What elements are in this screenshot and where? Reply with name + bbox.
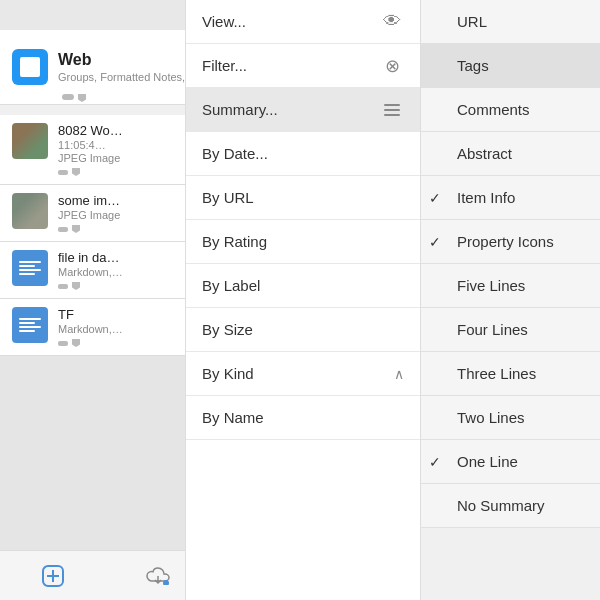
menu-item-view[interactable]: View... 👁 [186, 0, 420, 44]
three-lines-icon [380, 98, 404, 122]
submenu-item-abstract[interactable]: Abstract [421, 132, 600, 176]
submenu-label-oneline: One Line [457, 453, 518, 470]
context-menu: View... 👁 Filter... ⊗ Summary... By Date… [185, 0, 420, 600]
submenu-panel: URL Tags Comments Abstract ✓ Item Info ✓… [420, 0, 600, 600]
menu-item-bysize[interactable]: By Size [186, 308, 420, 352]
menu-item-byurl[interactable]: By URL [186, 176, 420, 220]
submenu-item-threelines[interactable]: Three Lines [421, 352, 600, 396]
checkmark-oneline: ✓ [429, 454, 441, 470]
menu-item-bykind[interactable]: By Kind ∧ [186, 352, 420, 396]
filter-icon: ⊗ [380, 54, 404, 78]
item-icon-jpeg [12, 123, 48, 159]
md-line [19, 265, 35, 267]
jpeg-thumbnail-2 [12, 193, 48, 229]
submenu-label-iteminfo: Item Info [457, 189, 515, 206]
jpeg-thumbnail [12, 123, 48, 159]
menu-label-byurl: By URL [202, 189, 404, 206]
menu-label-summary: Summary... [202, 101, 380, 118]
menu-label-view: View... [202, 13, 380, 30]
md-lines [15, 257, 45, 279]
flag-pill-2 [72, 225, 80, 233]
submenu-label-propertyicons: Property Icons [457, 233, 554, 250]
menu-label-bydate: By Date... [202, 145, 404, 162]
submenu-item-comments[interactable]: Comments [421, 88, 600, 132]
svg-text:•: • [165, 583, 167, 585]
md-lines-2 [15, 314, 45, 336]
submenu-label-tags: Tags [457, 57, 489, 74]
icon-line-1 [384, 104, 400, 106]
cloud-button[interactable]: • [143, 561, 173, 591]
pill-2 [58, 227, 68, 232]
md-line [19, 318, 41, 320]
checkmark-propertyicons: ✓ [429, 234, 441, 250]
submenu-label-fivelines: Five Lines [457, 277, 525, 294]
submenu-item-iteminfo[interactable]: ✓ Item Info [421, 176, 600, 220]
pill [58, 170, 68, 175]
md-line [19, 326, 41, 328]
submenu-item-nosummary[interactable]: No Summary [421, 484, 600, 528]
menu-label-bylabel: By Label [202, 277, 404, 294]
chevron-up-icon: ∧ [394, 366, 404, 382]
submenu-label-nosummary: No Summary [457, 497, 545, 514]
menu-label-byrating: By Rating [202, 233, 404, 250]
md-thumbnail [12, 250, 48, 286]
md-thumbnail-2 [12, 307, 48, 343]
icon-line-2 [384, 109, 400, 111]
submenu-item-fivelines[interactable]: Five Lines [421, 264, 600, 308]
submenu-item-tags[interactable]: Tags [421, 44, 600, 88]
submenu-label-fourlines: Four Lines [457, 321, 528, 338]
submenu-item-twolines[interactable]: Two Lines [421, 396, 600, 440]
web-pills [62, 94, 86, 102]
submenu-label-url: URL [457, 13, 487, 30]
submenu-item-oneline[interactable]: ✓ One Line [421, 440, 600, 484]
menu-item-bydate[interactable]: By Date... [186, 132, 420, 176]
flag-pill-3 [72, 282, 80, 290]
item-icon-md [12, 250, 48, 286]
icon-line-3 [384, 114, 400, 116]
menu-item-byrating[interactable]: By Rating [186, 220, 420, 264]
menu-item-filter[interactable]: Filter... ⊗ [186, 44, 420, 88]
md-line [19, 273, 35, 275]
pill-3 [58, 284, 68, 289]
web-icon-inner [20, 57, 40, 77]
lines-icon [384, 104, 400, 116]
submenu-item-propertyicons[interactable]: ✓ Property Icons [421, 220, 600, 264]
web-folder-icon [12, 49, 48, 85]
submenu-label-threelines: Three Lines [457, 365, 536, 382]
add-button[interactable] [38, 561, 68, 591]
item-icon-md2 [12, 307, 48, 343]
menu-label-bysize: By Size [202, 321, 404, 338]
submenu-label-comments: Comments [457, 101, 530, 118]
menu-label-byname: By Name [202, 409, 404, 426]
flag-pill [72, 168, 80, 176]
submenu-label-twolines: Two Lines [457, 409, 525, 426]
menu-item-summary[interactable]: Summary... [186, 88, 420, 132]
eye-icon: 👁 [380, 10, 404, 34]
submenu-item-url[interactable]: URL [421, 0, 600, 44]
submenu-item-fourlines[interactable]: Four Lines [421, 308, 600, 352]
menu-label-bykind: By Kind [202, 365, 394, 382]
menu-label-filter: Filter... [202, 57, 380, 74]
pill-4 [58, 341, 68, 346]
submenu-label-abstract: Abstract [457, 145, 512, 162]
menu-item-bylabel[interactable]: By Label [186, 264, 420, 308]
md-line [19, 261, 41, 263]
pill-1 [62, 94, 74, 100]
md-line [19, 322, 35, 324]
checkmark-iteminfo: ✓ [429, 190, 441, 206]
menu-item-byname[interactable]: By Name [186, 396, 420, 440]
md-line [19, 269, 41, 271]
flag-pill-4 [72, 339, 80, 347]
pill-flag [78, 94, 86, 102]
item-icon-jpeg2 [12, 193, 48, 229]
md-line [19, 330, 35, 332]
